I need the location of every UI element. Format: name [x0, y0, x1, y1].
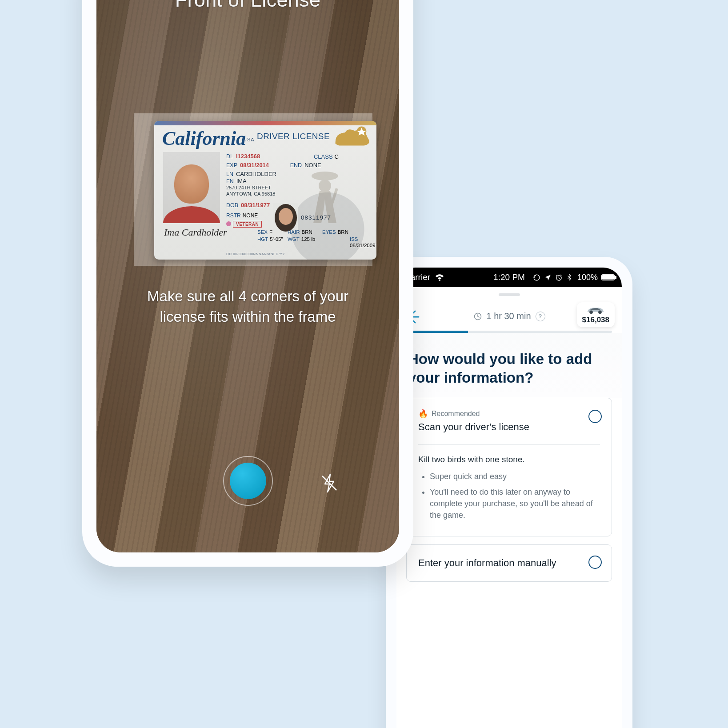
bluetooth-icon [566, 274, 574, 281]
battery-pct: 100% [577, 273, 598, 282]
license-hgt: HGT5'-05" [257, 236, 283, 242]
clock-icon [473, 312, 482, 321]
recommended-label: Recommended [432, 410, 480, 418]
dnd-icon [533, 274, 540, 281]
flash-toggle-button[interactable] [317, 471, 342, 496]
progress-bar [406, 331, 612, 333]
fire-icon: 🔥 [418, 409, 428, 419]
license-ghost-photo [273, 203, 298, 233]
option-divider [418, 444, 600, 445]
license-addr1: 2570 24TH STREET [226, 185, 271, 190]
license-veteran-badge: VETERAN [233, 221, 262, 228]
price-pill[interactable]: $16,038 [577, 302, 615, 327]
help-button[interactable]: ? [536, 312, 545, 321]
progress-fill [406, 331, 468, 333]
svg-point-7 [534, 275, 540, 280]
phone-form-screen: Carrier 1:20 PM 100% 1 hr [396, 268, 622, 728]
license-dl-row: DLI1234568 [226, 153, 260, 160]
license-signature: Ima Cardholder [164, 227, 227, 238]
car-icon [585, 305, 606, 315]
svg-point-12 [598, 311, 602, 314]
license-class: CLASSC [314, 153, 339, 160]
option-scan-title: Scan your driver's license [418, 421, 600, 433]
option-scan-lead: Kill two birds with one stone. [418, 455, 600, 464]
prompt-heading: How would you like to add your informati… [408, 350, 610, 387]
option-scan-bullet-2: You'll need to do this later on anyway t… [430, 486, 600, 521]
license-fn-row: FNIMA [226, 178, 247, 184]
phone-form-mockup: Carrier 1:20 PM 100% 1 hr [386, 257, 632, 728]
donor-dot-icon [226, 221, 231, 226]
wifi-icon [435, 272, 444, 282]
license-hair: HAIRBRN [288, 229, 312, 235]
recommended-badge: 🔥 Recommended [418, 409, 600, 419]
sheet-grabber[interactable] [499, 293, 520, 296]
option-scan-bullets: Super quick and easy You'll need to do t… [418, 471, 600, 520]
svg-point-3 [319, 180, 331, 192]
svg-point-2 [312, 172, 338, 180]
svg-point-6 [439, 280, 440, 281]
license-sex: SEXF [257, 229, 272, 235]
status-time: 1:20 PM [493, 272, 525, 282]
shutter-inner [230, 463, 266, 499]
drivers-license-card: California USA DRIVER LICENSE DLI1234568… [154, 121, 376, 260]
license-state: California [162, 127, 246, 150]
license-wgt: WGT125 lb [288, 236, 315, 242]
shutter-button[interactable] [223, 456, 273, 506]
license-dd: DD 00/00/0000NNNAN/ANFD/YY [226, 252, 285, 256]
license-rstr: RSTRNONE [226, 212, 258, 219]
prompt-section: How would you like to add your informati… [396, 333, 622, 398]
license-barcode-text: 08311977 [301, 214, 331, 221]
license-dob-row: DOB08/31/1977 [226, 202, 270, 208]
phone-scan-screen: Front of License California USA DRIVER L… [96, 0, 399, 552]
location-icon [544, 274, 552, 281]
license-addr2: ANYTOWN, CA 95818 [226, 191, 275, 196]
option-scan-bullet-1: Super quick and easy [430, 471, 600, 482]
option-scan-card[interactable]: 🔥 Recommended Scan your driver's license… [406, 398, 612, 536]
duration-label: 1 hr 30 min [486, 311, 531, 321]
duration-indicator: 1 hr 30 min ? [473, 311, 545, 321]
license-iss: ISS [350, 236, 360, 242]
license-iss-val: 08/31/2009 [350, 243, 376, 248]
phone-scan-mockup: Front of License California USA DRIVER L… [82, 0, 413, 567]
license-ln-row: LNCARDHOLDER [226, 171, 276, 177]
bear-icon [330, 124, 374, 149]
status-bar: Carrier 1:20 PM 100% [396, 268, 622, 287]
license-usa: USA [243, 137, 255, 142]
options-list: 🔥 Recommended Scan your driver's license… [396, 398, 622, 581]
scan-instruction: Make sure all 4 corners of your license … [130, 286, 366, 327]
flash-off-icon [319, 472, 340, 494]
svg-point-11 [589, 311, 593, 314]
license-photo [163, 152, 220, 223]
battery-icon [601, 274, 615, 280]
option-manual-title: Enter your information manually [418, 557, 600, 569]
scan-title: Front of License [96, 0, 399, 12]
license-title: DRIVER LICENSE [257, 132, 330, 141]
nav-area: 1 hr 30 min ? $16,038 [396, 287, 622, 333]
alarm-icon [555, 274, 563, 281]
license-eyes: EYESBRN [322, 229, 348, 235]
license-exp-row: EXP08/31/2014 ENDNONE [226, 162, 321, 168]
price-amount: $16,038 [582, 316, 609, 324]
option-manual-card[interactable]: Enter your information manually [406, 544, 612, 582]
option-manual-radio[interactable] [588, 556, 602, 569]
